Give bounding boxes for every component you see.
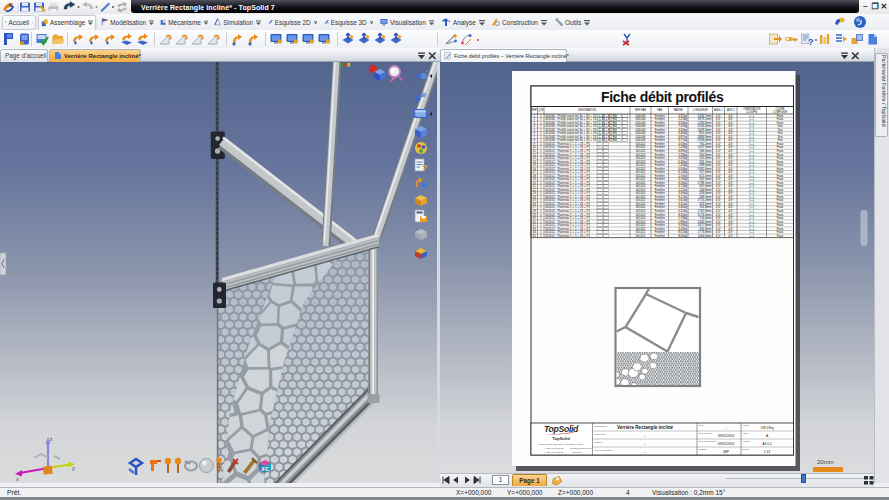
- svg-text:1464,5mm: 1464,5mm: [698, 234, 712, 238]
- svg-text:Faux: Faux: [777, 234, 784, 238]
- svg-text:FAB: FAB: [657, 108, 662, 112]
- svg-text:TopSolid: TopSolid: [552, 436, 570, 441]
- svg-text:IFC: IFC: [262, 467, 270, 472]
- svg-text:REP: REP: [532, 108, 538, 112]
- svg-text:QTE: QTE: [538, 108, 544, 112]
- svg-text:35: 35: [533, 234, 537, 238]
- svg-text:x: x: [16, 476, 19, 482]
- svg-text:y: y: [72, 465, 75, 471]
- svg-text:topsolid.fr: topsolid.fr: [572, 451, 582, 453]
- svg-text:09/02/2016: 09/02/2016: [718, 434, 735, 438]
- svg-text:Désignation: Désignation: [595, 425, 608, 428]
- svg-text:--: --: [644, 442, 646, 446]
- svg-text:Échelle: Échelle: [743, 448, 751, 450]
- svg-text:A4 0,2: A4 0,2: [762, 442, 772, 446]
- svg-text:DESIGNATION: DESIGNATION: [578, 108, 596, 112]
- svg-text:|—|: |—|: [750, 234, 755, 238]
- svg-text:--: --: [644, 450, 646, 454]
- svg-text:1:13: 1:13: [764, 450, 771, 454]
- svg-text:Matière: Matière: [595, 441, 604, 444]
- svg-text:Référence: Référence: [595, 433, 607, 436]
- svg-text:REF FAB: REF FAB: [635, 108, 646, 112]
- svg-text:09/02/2016: 09/02/2016: [718, 442, 735, 446]
- svg-text:001102 - Panneau 1 + 1 + 25 +: 001102 - Panneau 1 + 1 + 25 + P1: [545, 234, 590, 238]
- svg-text:?: ?: [808, 37, 814, 47]
- svg-text:z: z: [50, 436, 53, 442]
- svg-text:Fiche débit profilés: Fiche débit profilés: [601, 89, 724, 105]
- svg-text:ANG 2: ANG 2: [727, 108, 735, 112]
- svg-text:?: ?: [422, 163, 428, 173]
- svg-text:8,40kg: 8,40kg: [678, 234, 687, 238]
- svg-text:Date: Date: [699, 424, 705, 426]
- svg-text:Verrière Rectangle incliné: Verrière Rectangle incliné: [617, 425, 674, 430]
- svg-text:4,5°: 4,5°: [716, 234, 721, 238]
- svg-text:5 rue du bois sauvage F-9100 E: 5 rue du bois sauvage F-9100 Evry Cedex: [539, 443, 585, 446]
- svg-text:Trait. élémentaire: Trait. élémentaire: [595, 449, 614, 452]
- svg-text:Dessiné: Dessiné: [699, 448, 708, 450]
- svg-text:Indice: Indice: [743, 432, 750, 434]
- svg-text:f. +33 1 60 87 20 30: f. +33 1 60 87 20 30: [544, 451, 564, 453]
- svg-text:4,5°: 4,5°: [728, 234, 733, 238]
- svg-text:MASSE: MASSE: [674, 108, 683, 112]
- svg-text:138,59kg: 138,59kg: [760, 426, 774, 430]
- svg-text:--: --: [725, 426, 727, 430]
- svg-text:Format: Format: [743, 440, 751, 442]
- svg-text:JMP: JMP: [723, 450, 730, 454]
- svg-text:Date création: Date création: [699, 432, 713, 434]
- svg-text:LONGUEUR: LONGUEUR: [693, 108, 708, 112]
- svg-text:ANGL 1: ANGL 1: [714, 108, 724, 112]
- svg-text:--: --: [644, 434, 646, 438]
- svg-text:Fenêtre: Fenêtre: [655, 234, 665, 238]
- svg-text:001102: 001102: [636, 234, 646, 238]
- svg-text:Date modification: Date modification: [699, 440, 717, 442]
- svg-text:Masse: Masse: [743, 424, 750, 426]
- svg-text:t. +33 1 60 87 20 20: t. +33 1 60 87 20 20: [544, 447, 564, 449]
